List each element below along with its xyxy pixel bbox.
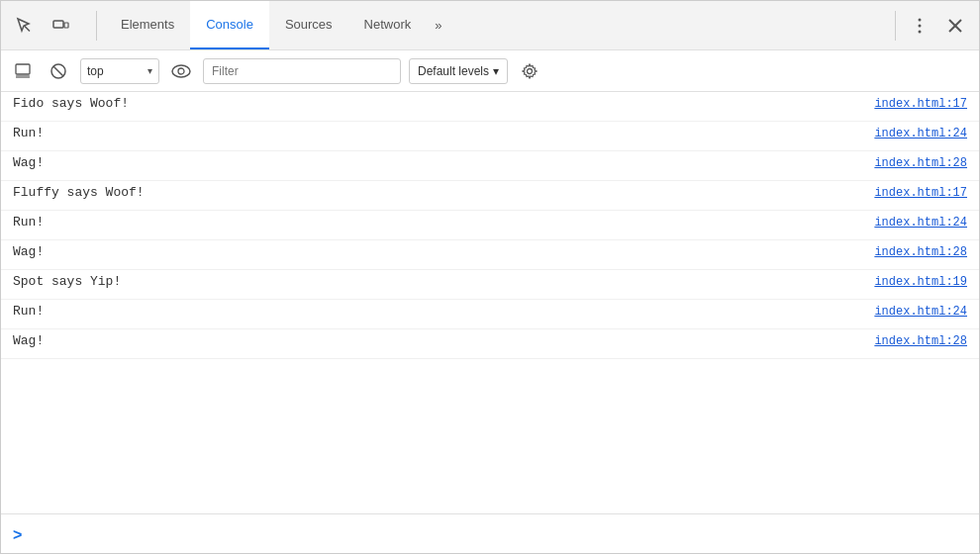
live-expressions-btn[interactable] [167,57,195,85]
svg-point-4 [919,24,922,27]
console-source-link[interactable]: index.html:28 [874,245,967,259]
tab-bar-left-icons [9,10,76,42]
console-output: Fido says Woof!index.html:17Run!index.ht… [1,92,979,513]
console-message: Fido says Woof! [13,96,129,111]
console-source-link[interactable]: index.html:24 [874,127,967,140]
clear-console-btn[interactable] [45,57,72,85]
console-source-link[interactable]: index.html:28 [874,156,967,170]
close-devtools-btn[interactable] [939,10,971,42]
console-prompt-bar[interactable]: > [1,513,979,554]
context-selector[interactable]: top ▾ [80,58,159,84]
tab-console[interactable]: Console [190,1,269,49]
tab-bar-right-icons [904,10,971,42]
console-message: Wag! [13,155,44,170]
console-message: Run! [13,126,44,140]
levels-arrow: ▾ [493,64,499,78]
console-source-link[interactable]: index.html:24 [874,216,967,230]
console-source-link[interactable]: index.html:19 [874,275,967,289]
svg-point-12 [172,65,190,77]
levels-label: Default levels [418,64,489,78]
svg-line-0 [25,26,31,32]
console-message: Run! [13,215,44,230]
tab-more-btn[interactable]: » [427,1,449,49]
tab-bar-right-divider [895,11,896,41]
tabs-list: Elements Console Sources Network » [105,1,887,49]
console-message: Spot says Yip! [13,274,121,289]
svg-rect-1 [53,21,63,28]
tab-sources[interactable]: Sources [269,1,348,49]
console-row: Wag!index.html:28 [1,329,979,359]
tab-bar: Elements Console Sources Network » [1,1,979,50]
console-message: Wag! [13,333,44,348]
context-label: top [87,64,104,78]
show-drawer-btn[interactable] [9,57,37,85]
console-row: Fluffy says Woof!index.html:17 [1,181,979,211]
prompt-arrow-icon: > [13,526,22,544]
svg-rect-8 [16,64,30,74]
console-source-link[interactable]: index.html:24 [874,305,967,319]
svg-point-13 [178,68,184,74]
console-message: Run! [13,304,44,319]
console-source-link[interactable]: index.html:17 [874,186,967,200]
console-source-link[interactable]: index.html:28 [874,334,967,348]
console-row: Wag!index.html:28 [1,240,979,270]
console-row: Run!index.html:24 [1,300,979,329]
console-settings-btn[interactable] [516,57,543,85]
tab-divider [96,11,97,41]
log-levels-btn[interactable]: Default levels ▾ [409,58,508,84]
console-row: Fido says Woof!index.html:17 [1,92,979,122]
svg-rect-9 [16,75,30,78]
filter-input[interactable] [203,58,401,84]
context-dropdown-arrow: ▾ [147,65,152,76]
svg-point-5 [919,30,922,33]
console-message: Fluffy says Woof! [13,185,145,200]
device-toggle-btn[interactable] [45,10,76,42]
more-options-btn[interactable] [904,10,935,42]
svg-line-11 [53,66,63,76]
console-source-link[interactable]: index.html:17 [874,97,967,111]
console-row: Run!index.html:24 [1,122,979,151]
console-row: Wag!index.html:28 [1,151,979,181]
console-toolbar: top ▾ Default levels ▾ [1,50,979,92]
console-row: Spot says Yip!index.html:19 [1,270,979,300]
console-message: Wag! [13,244,44,259]
console-row: Run!index.html:24 [1,211,979,240]
tab-elements[interactable]: Elements [105,1,190,49]
inspect-icon-btn[interactable] [9,10,41,42]
tab-network[interactable]: Network [348,1,428,49]
svg-rect-2 [64,23,68,28]
svg-point-3 [919,18,922,21]
svg-point-14 [528,68,533,73]
